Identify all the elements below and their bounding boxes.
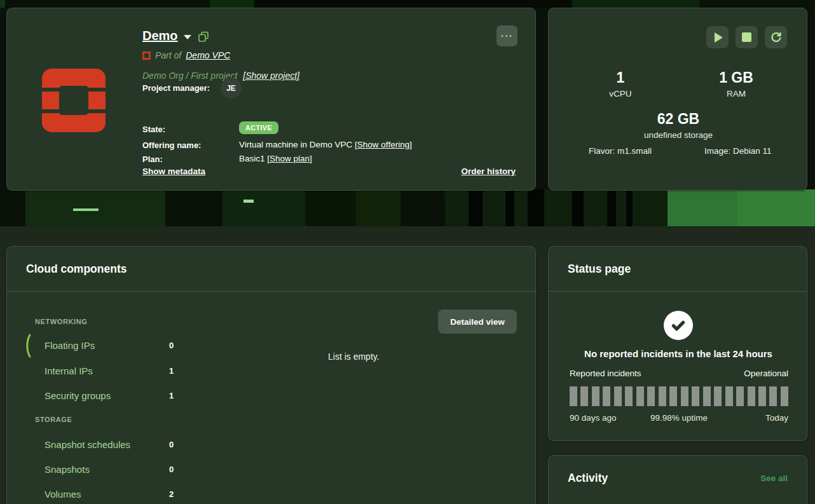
uptime-bar xyxy=(769,386,777,406)
uptime-bar xyxy=(681,386,688,406)
uptime-bar xyxy=(781,386,788,406)
play-icon xyxy=(715,32,723,43)
component-label: Volumes xyxy=(45,489,81,500)
order-history-link[interactable]: Order history xyxy=(461,167,516,176)
ram-label: RAM xyxy=(688,89,784,99)
component-label: Internal IPs xyxy=(45,365,93,376)
part-of-link[interactable]: Demo VPC xyxy=(186,50,230,60)
openstack-logo-icon xyxy=(42,69,106,132)
uptime-bar xyxy=(614,386,622,406)
vcpu-label: vCPU xyxy=(573,89,668,99)
storage-value: 62 GB xyxy=(549,111,808,128)
section-label-networking: NETWORKING xyxy=(35,318,87,325)
cloud-components-card: Cloud components NETWORKING Floating IPs… xyxy=(6,246,536,504)
component-label: Snapshot schedules xyxy=(45,439,130,450)
status-badge: ACTIVE xyxy=(239,121,278,134)
component-count: 2 xyxy=(169,489,174,499)
component-label: Security groups xyxy=(45,390,111,401)
component-item-internal-ips[interactable]: Internal IPs 1 xyxy=(35,361,200,380)
stop-icon xyxy=(742,32,751,42)
background-photo-band xyxy=(0,189,815,226)
uptime-bar xyxy=(736,386,744,406)
section-label-storage: STORAGE xyxy=(35,416,72,423)
more-actions-button[interactable]: ··· xyxy=(497,25,517,46)
uptime-bar xyxy=(758,386,766,406)
check-circle-icon xyxy=(664,311,693,340)
part-of-prefix: Part of xyxy=(155,50,181,60)
component-count: 1 xyxy=(169,391,174,400)
activity-title: Activity xyxy=(568,472,608,485)
active-indicator xyxy=(24,333,32,358)
show-offering-link[interactable]: [Show offering] xyxy=(355,140,412,149)
state-label: State: xyxy=(142,125,165,134)
ram-value: 1 GB xyxy=(688,69,784,86)
avatar[interactable]: JE xyxy=(221,78,242,99)
component-count: 0 xyxy=(169,440,174,449)
detailed-view-button[interactable]: Detailed view xyxy=(438,310,517,334)
component-label: Floating IPs xyxy=(45,340,95,351)
dashboard-page: Demo Part of Demo VPC Demo Org / First p… xyxy=(0,0,815,504)
vcpu-value: 1 xyxy=(573,69,668,86)
uptime-bar xyxy=(659,386,666,406)
resource-summary-card: 1 vCPU 1 GB RAM 62 GB undefined storage … xyxy=(548,8,807,191)
operational-label: Operational xyxy=(744,369,788,378)
show-plan-link[interactable]: [Show plan] xyxy=(267,154,312,163)
uptime-bar xyxy=(725,386,733,406)
status-page-card: Status page No reported incidents in the… xyxy=(548,246,807,441)
component-item-snapshots[interactable]: Snapshots 0 xyxy=(35,460,200,479)
uptime-bar xyxy=(748,386,755,406)
status-message: No reported incidents in the last 24 hou… xyxy=(549,348,808,359)
uptime-percentage: 99.98% uptime xyxy=(570,413,788,423)
plan-value: Basic1 xyxy=(239,154,265,163)
status-page-title: Status page xyxy=(568,262,631,276)
uptime-bar xyxy=(647,386,655,406)
project-manager-label: Project manager: xyxy=(142,83,210,93)
uptime-bar xyxy=(636,386,644,406)
component-count: 0 xyxy=(169,465,174,474)
component-count: 1 xyxy=(169,366,174,376)
flavor-text: Flavor: m1.small xyxy=(589,146,652,156)
uptime-bar xyxy=(703,386,711,406)
component-item-security-groups[interactable]: Security groups 1 xyxy=(35,386,200,405)
component-item-snapshot-schedules[interactable]: Snapshot schedules 0 xyxy=(35,435,200,454)
start-button[interactable] xyxy=(706,26,729,48)
breadcrumb-text: Demo Org / First project xyxy=(142,71,237,81)
component-label: Snapshots xyxy=(45,464,90,475)
uptime-footer-end: Today xyxy=(765,413,788,423)
offering-label: Offering name: xyxy=(142,140,201,150)
vpc-icon xyxy=(142,51,151,60)
uptime-bar xyxy=(714,386,722,406)
empty-list-text: List is empty. xyxy=(328,351,380,362)
activity-card: Activity See all xyxy=(548,455,807,504)
offering-value: Virtual machine in Demo VPC xyxy=(239,140,352,149)
background-top-strip xyxy=(0,0,815,8)
see-all-link[interactable]: See all xyxy=(760,473,788,483)
reported-incidents-label: Reported incidents xyxy=(570,369,641,378)
resource-header-card: Demo Part of Demo VPC Demo Org / First p… xyxy=(6,8,536,191)
refresh-icon xyxy=(770,31,783,44)
restart-button[interactable] xyxy=(765,26,787,48)
show-metadata-link[interactable]: Show metadata xyxy=(142,167,205,176)
uptime-bar xyxy=(570,386,577,406)
breadcrumb: Demo Org / First project [Show project] xyxy=(142,71,299,81)
uptime-bar xyxy=(592,386,599,406)
component-count: 0 xyxy=(169,341,174,350)
uptime-bar xyxy=(625,386,633,406)
component-item-floating-ips[interactable]: Floating IPs 0 xyxy=(35,336,200,355)
uptime-bars xyxy=(570,386,788,406)
image-text: Image: Debian 11 xyxy=(704,146,772,156)
cloud-components-title: Cloud components xyxy=(26,262,127,276)
resource-title[interactable]: Demo xyxy=(142,29,178,43)
storage-label: undefined storage xyxy=(549,130,808,140)
uptime-bar xyxy=(692,386,699,406)
uptime-bar xyxy=(603,386,610,406)
component-item-volumes[interactable]: Volumes 2 xyxy=(35,484,200,503)
plan-label: Plan: xyxy=(142,154,163,164)
stop-button[interactable] xyxy=(736,26,758,48)
copy-icon[interactable] xyxy=(197,31,210,43)
show-project-link[interactable]: [Show project] xyxy=(243,71,299,81)
uptime-bar xyxy=(669,386,677,406)
chevron-down-icon[interactable] xyxy=(184,35,191,39)
uptime-bar xyxy=(580,386,588,406)
